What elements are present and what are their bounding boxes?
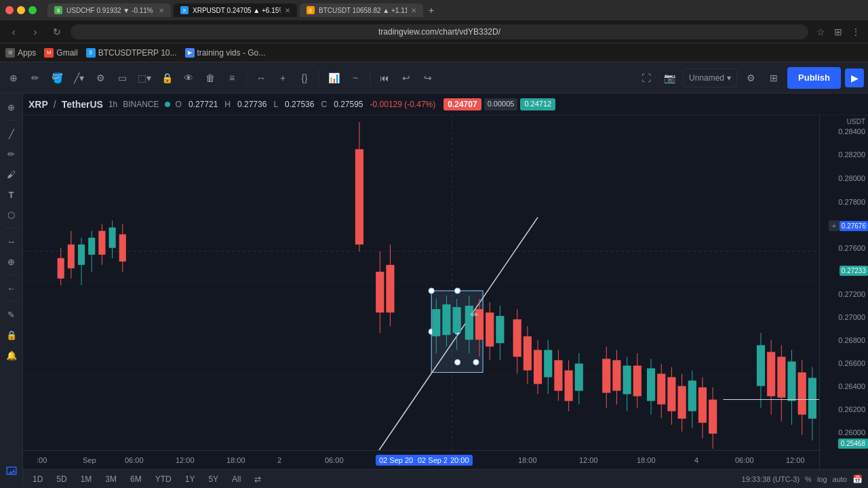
svg-rect-36 xyxy=(442,304,450,335)
timeframe-1y[interactable]: 1Y xyxy=(181,473,199,485)
bookmark-apps[interactable]: ⊞ Apps xyxy=(5,48,36,58)
paint-bucket-toolbar-btn[interactable]: 🪣 xyxy=(47,67,66,89)
training-icon: ▶ xyxy=(185,48,195,58)
close-window-btn[interactable] xyxy=(5,6,14,14)
price-plus-btn[interactable]: + xyxy=(829,220,840,231)
timeframe-1m[interactable]: 1M xyxy=(77,473,96,485)
bookmark-gmail[interactable]: M Gmail xyxy=(44,48,77,58)
timeframe-custom[interactable]: ⇄ xyxy=(250,473,265,485)
svg-rect-78 xyxy=(688,381,696,411)
unnamed-layout-btn[interactable]: Unnamed ▾ xyxy=(683,68,737,87)
currency-label: USDT xyxy=(823,118,865,125)
trash-btn[interactable]: 🗑 xyxy=(201,67,220,89)
more-tools-btn[interactable]: ≡ xyxy=(222,67,241,89)
minimize-window-btn[interactable] xyxy=(17,6,25,14)
play-button[interactable]: ▶ xyxy=(845,68,864,87)
add-indicator-btn[interactable]: + xyxy=(273,67,292,89)
layout-btn[interactable]: ⊞ xyxy=(764,67,783,89)
url-input[interactable] xyxy=(71,24,808,39)
left-zoom-btn[interactable]: ⊕ xyxy=(2,252,21,271)
price-27000: 0.27000 xyxy=(838,313,865,321)
symbol-name[interactable]: XRP xyxy=(28,99,48,110)
left-pen-btn[interactable]: ✏ xyxy=(2,144,21,163)
open-label: O xyxy=(176,100,182,109)
price-28000: 0.28000 xyxy=(838,174,865,182)
address-bar: ‹ › ↻ ☆ ⊞ ⋮ xyxy=(0,20,868,43)
back-button[interactable]: ‹ xyxy=(5,24,22,40)
timeframe-3m[interactable]: 3M xyxy=(101,473,121,485)
left-brush-btn[interactable]: 🖌 xyxy=(2,165,21,184)
crosshair-toolbar-btn[interactable]: ⊕ xyxy=(4,67,23,89)
rectangle-btn[interactable]: ▭ xyxy=(113,67,132,89)
time-label-1800-3: 18:00 xyxy=(518,456,537,464)
left-crosshair-btn[interactable]: ⊕ xyxy=(2,98,21,117)
time-label-sep: Sep xyxy=(83,456,96,464)
timeframe-all[interactable]: All xyxy=(228,473,245,485)
line-tool-btn[interactable]: ╱▾ xyxy=(69,67,88,89)
tab-close-xrpusdt[interactable]: ✕ xyxy=(285,7,290,14)
fullscreen-btn[interactable]: ⛶ xyxy=(637,67,656,89)
maximize-window-btn[interactable] xyxy=(28,6,37,14)
current-price-label: 0.27676 xyxy=(840,221,868,231)
compare-btn[interactable]: ~ xyxy=(346,67,365,89)
chart-settings-btn[interactable]: ⚙ xyxy=(741,67,760,89)
timeframe-ytd[interactable]: YTD xyxy=(151,473,176,485)
left-alert-btn[interactable]: 🔔 xyxy=(2,346,21,365)
calendar-icon-btn[interactable]: 📅 xyxy=(852,474,863,484)
reload-button[interactable]: ↻ xyxy=(49,24,65,40)
selection-btn[interactable]: ⬚▾ xyxy=(134,67,155,89)
pine-script-btn[interactable]: {} xyxy=(295,67,314,89)
redo-btn[interactable]: ↪ xyxy=(418,67,437,89)
left-text-btn[interactable]: T xyxy=(2,185,21,204)
price-27200: 0.27200 xyxy=(838,290,865,298)
bookmark-training[interactable]: ▶ training vids - Go... xyxy=(185,48,266,58)
close-label: C xyxy=(321,100,327,109)
status-log[interactable]: log xyxy=(817,475,827,483)
tradingview-logo xyxy=(2,462,21,481)
timeframe-5d[interactable]: 5D xyxy=(52,473,71,485)
undo-btn[interactable]: ↩ xyxy=(397,67,416,89)
status-auto[interactable]: auto xyxy=(833,475,847,483)
bookmark-btc[interactable]: ₿ BTCUSDTPERP 10... xyxy=(86,48,177,58)
publish-button[interactable]: Publish xyxy=(787,67,841,89)
forward-button[interactable]: › xyxy=(27,24,43,40)
measure-btn[interactable]: ↔ xyxy=(252,67,271,89)
status-percent[interactable]: % xyxy=(805,475,812,483)
lock-btn[interactable]: 🔒 xyxy=(157,67,176,89)
left-drawing-tools-btn[interactable]: ✎ xyxy=(2,305,21,324)
tab-close-btcusdt[interactable]: ✕ xyxy=(411,7,416,14)
pencil-toolbar-btn[interactable]: ✏ xyxy=(26,67,45,89)
svg-rect-88 xyxy=(777,357,785,397)
bar-chart-btn[interactable]: 📊 xyxy=(324,67,343,89)
settings-btn[interactable]: ⚙ xyxy=(91,67,110,89)
eye-btn[interactable]: 👁 xyxy=(179,67,198,89)
browser-tab-btcusdt[interactable]: ₿ BTCUSDT 10658.82 ▲ +1.11% ✕ xyxy=(300,3,423,17)
timeframe-6m[interactable]: 6M xyxy=(126,473,146,485)
svg-rect-76 xyxy=(678,386,686,419)
browser-tab-xrpusdt[interactable]: X XRPUSDT 0.24705 ▲ +6.15% ✕ xyxy=(174,3,297,17)
new-tab-button[interactable]: + xyxy=(426,3,437,17)
left-measurement-btn[interactable]: ↔ xyxy=(2,232,21,251)
time-highlight-1: 02 Sep 20 xyxy=(376,455,416,466)
chart-canvas[interactable]: ✏ » :00 Sep 06:00 12:00 18:00 2 06:00 02… xyxy=(23,115,819,469)
timeframe-1d[interactable]: 1D xyxy=(28,473,47,485)
more-actions-icon[interactable]: ⋮ xyxy=(849,25,863,39)
bar-replay-btn[interactable]: ⏮ xyxy=(375,67,394,89)
left-lock-btn[interactable]: 🔒 xyxy=(2,325,21,344)
svg-rect-34 xyxy=(432,309,440,336)
extension-icon[interactable]: ⊞ xyxy=(831,25,845,39)
svg-rect-50 xyxy=(524,336,532,370)
tab-close-usdchf[interactable]: ✕ xyxy=(159,7,164,14)
bookmark-apps-label: Apps xyxy=(18,48,36,58)
screenshot-btn[interactable]: 📷 xyxy=(660,67,679,89)
exchange-label: BINANCE xyxy=(123,100,159,109)
left-shape-btn[interactable]: ⬡ xyxy=(2,205,21,224)
left-arrow-back-btn[interactable]: ← xyxy=(2,279,21,298)
left-trend-line-btn[interactable]: ╱ xyxy=(2,124,21,143)
browser-tab-usdchf[interactable]: $ USDCHF 0.91932 ▼ -0.11% U... ✕ xyxy=(47,3,171,17)
timeframe-5y[interactable]: 5Y xyxy=(204,473,222,485)
high-value: 0.27736 xyxy=(237,100,267,109)
current-price-badge: 0.24712 xyxy=(520,98,555,110)
bookmark-star-icon[interactable]: ☆ xyxy=(814,25,827,39)
svg-rect-94 xyxy=(808,378,816,418)
